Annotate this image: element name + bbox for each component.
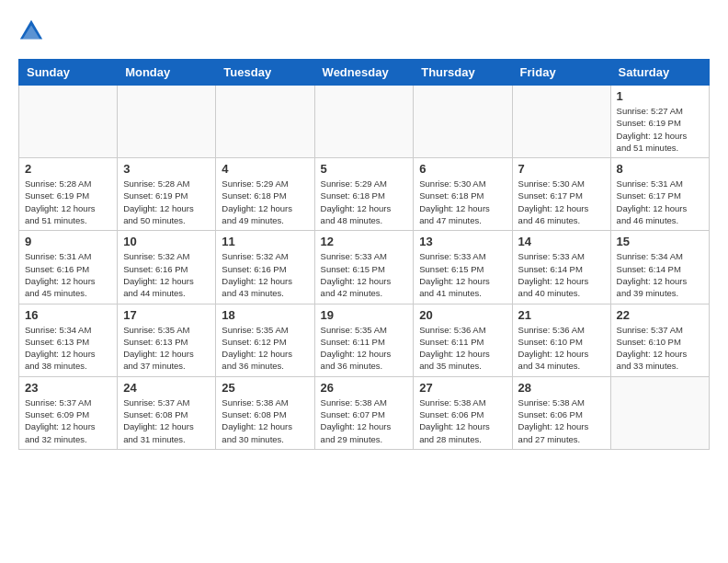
day-info: Sunrise: 5:38 AM Sunset: 6:08 PM Dayligh…: [222, 396, 308, 445]
day-number: 16: [25, 308, 111, 322]
day-info: Sunrise: 5:27 AM Sunset: 6:19 PM Dayligh…: [617, 105, 703, 154]
day-info: Sunrise: 5:30 AM Sunset: 6:17 PM Dayligh…: [518, 178, 605, 226]
calendar-header-row: SundayMondayTuesdayWednesdayThursdayFrid…: [19, 60, 710, 86]
calendar-cell: 14Sunrise: 5:33 AM Sunset: 6:14 PM Dayli…: [512, 231, 610, 304]
day-number: 10: [123, 235, 210, 248]
day-header-monday: Monday: [118, 60, 216, 86]
calendar-cell: 8Sunrise: 5:31 AM Sunset: 6:17 PM Daylig…: [610, 158, 709, 231]
day-info: Sunrise: 5:33 AM Sunset: 6:15 PM Dayligh…: [419, 250, 506, 299]
calendar-cell: 23Sunrise: 5:37 AM Sunset: 6:09 PM Dayli…: [19, 376, 118, 449]
day-info: Sunrise: 5:36 AM Sunset: 6:11 PM Dayligh…: [419, 324, 506, 373]
calendar-cell: [610, 376, 709, 449]
day-number: 23: [25, 381, 111, 395]
day-info: Sunrise: 5:38 AM Sunset: 6:06 PM Dayligh…: [419, 396, 506, 445]
day-info: Sunrise: 5:37 AM Sunset: 6:09 PM Dayligh…: [25, 396, 111, 445]
logo: [18, 18, 48, 44]
day-number: 14: [518, 235, 605, 248]
calendar-cell: 4Sunrise: 5:29 AM Sunset: 6:18 PM Daylig…: [216, 158, 314, 231]
calendar-cell: 7Sunrise: 5:30 AM Sunset: 6:17 PM Daylig…: [512, 158, 610, 231]
day-header-friday: Friday: [512, 60, 610, 86]
calendar-cell: 18Sunrise: 5:35 AM Sunset: 6:12 PM Dayli…: [216, 304, 314, 376]
calendar-cell: [19, 86, 118, 158]
day-number: 8: [617, 162, 703, 176]
day-number: 26: [321, 381, 408, 395]
calendar-week-row: 16Sunrise: 5:34 AM Sunset: 6:13 PM Dayli…: [19, 304, 710, 376]
calendar-cell: [118, 86, 216, 158]
calendar-cell: 20Sunrise: 5:36 AM Sunset: 6:11 PM Dayli…: [414, 304, 512, 376]
day-info: Sunrise: 5:29 AM Sunset: 6:18 PM Dayligh…: [321, 178, 408, 226]
logo-icon: [18, 18, 44, 44]
calendar-table: SundayMondayTuesdayWednesdayThursdayFrid…: [18, 59, 710, 450]
day-info: Sunrise: 5:34 AM Sunset: 6:14 PM Dayligh…: [617, 250, 703, 299]
day-info: Sunrise: 5:31 AM Sunset: 6:16 PM Dayligh…: [25, 250, 111, 299]
day-number: 20: [419, 308, 506, 322]
day-header-saturday: Saturday: [610, 60, 709, 86]
calendar-cell: 11Sunrise: 5:32 AM Sunset: 6:16 PM Dayli…: [216, 231, 314, 304]
day-number: 27: [419, 381, 506, 395]
calendar-cell: 5Sunrise: 5:29 AM Sunset: 6:18 PM Daylig…: [314, 158, 414, 231]
day-number: 11: [222, 235, 308, 248]
calendar-cell: 19Sunrise: 5:35 AM Sunset: 6:11 PM Dayli…: [314, 304, 414, 376]
day-number: 12: [321, 235, 408, 248]
calendar-cell: 25Sunrise: 5:38 AM Sunset: 6:08 PM Dayli…: [216, 376, 314, 449]
calendar-cell: 28Sunrise: 5:38 AM Sunset: 6:06 PM Dayli…: [512, 376, 610, 449]
calendar-cell: 24Sunrise: 5:37 AM Sunset: 6:08 PM Dayli…: [118, 376, 216, 449]
day-info: Sunrise: 5:35 AM Sunset: 6:12 PM Dayligh…: [222, 324, 308, 373]
day-header-wednesday: Wednesday: [314, 60, 414, 86]
calendar-week-row: 9Sunrise: 5:31 AM Sunset: 6:16 PM Daylig…: [19, 231, 710, 304]
day-info: Sunrise: 5:32 AM Sunset: 6:16 PM Dayligh…: [123, 250, 210, 299]
calendar-cell: 15Sunrise: 5:34 AM Sunset: 6:14 PM Dayli…: [610, 231, 709, 304]
day-info: Sunrise: 5:32 AM Sunset: 6:16 PM Dayligh…: [222, 250, 308, 299]
calendar-cell: 1Sunrise: 5:27 AM Sunset: 6:19 PM Daylig…: [610, 86, 709, 158]
calendar-cell: 27Sunrise: 5:38 AM Sunset: 6:06 PM Dayli…: [414, 376, 512, 449]
calendar-cell: 26Sunrise: 5:38 AM Sunset: 6:07 PM Dayli…: [314, 376, 414, 449]
calendar-week-row: 23Sunrise: 5:37 AM Sunset: 6:09 PM Dayli…: [19, 376, 710, 449]
day-info: Sunrise: 5:38 AM Sunset: 6:06 PM Dayligh…: [518, 396, 605, 445]
day-number: 15: [617, 235, 703, 248]
day-number: 9: [25, 235, 111, 248]
day-number: 2: [25, 162, 111, 176]
day-number: 5: [321, 162, 408, 176]
calendar-week-row: 2Sunrise: 5:28 AM Sunset: 6:19 PM Daylig…: [19, 158, 710, 231]
day-number: 19: [321, 308, 408, 322]
day-info: Sunrise: 5:31 AM Sunset: 6:17 PM Dayligh…: [617, 178, 703, 226]
day-header-sunday: Sunday: [19, 60, 118, 86]
calendar-cell: 10Sunrise: 5:32 AM Sunset: 6:16 PM Dayli…: [118, 231, 216, 304]
day-info: Sunrise: 5:28 AM Sunset: 6:19 PM Dayligh…: [123, 178, 210, 226]
day-number: 25: [222, 381, 308, 395]
day-info: Sunrise: 5:29 AM Sunset: 6:18 PM Dayligh…: [222, 178, 308, 226]
day-header-tuesday: Tuesday: [216, 60, 314, 86]
day-info: Sunrise: 5:33 AM Sunset: 6:14 PM Dayligh…: [518, 250, 605, 299]
calendar-week-row: 1Sunrise: 5:27 AM Sunset: 6:19 PM Daylig…: [19, 86, 710, 158]
calendar-cell: 12Sunrise: 5:33 AM Sunset: 6:15 PM Dayli…: [314, 231, 414, 304]
calendar-cell: [314, 86, 414, 158]
day-number: 4: [222, 162, 308, 176]
calendar-cell: [512, 86, 610, 158]
calendar-cell: 3Sunrise: 5:28 AM Sunset: 6:19 PM Daylig…: [118, 158, 216, 231]
day-header-thursday: Thursday: [414, 60, 512, 86]
day-number: 22: [617, 308, 703, 322]
day-number: 21: [518, 308, 605, 322]
day-number: 17: [123, 308, 210, 322]
day-info: Sunrise: 5:30 AM Sunset: 6:18 PM Dayligh…: [419, 178, 506, 226]
calendar-cell: [414, 86, 512, 158]
day-number: 7: [518, 162, 605, 176]
day-number: 28: [518, 381, 605, 395]
day-info: Sunrise: 5:38 AM Sunset: 6:07 PM Dayligh…: [321, 396, 408, 445]
calendar-cell: 16Sunrise: 5:34 AM Sunset: 6:13 PM Dayli…: [19, 304, 118, 376]
day-number: 13: [419, 235, 506, 248]
calendar-cell: 21Sunrise: 5:36 AM Sunset: 6:10 PM Dayli…: [512, 304, 610, 376]
calendar-cell: 22Sunrise: 5:37 AM Sunset: 6:10 PM Dayli…: [610, 304, 709, 376]
day-info: Sunrise: 5:35 AM Sunset: 6:11 PM Dayligh…: [321, 324, 408, 373]
day-number: 24: [123, 381, 210, 395]
calendar-cell: 2Sunrise: 5:28 AM Sunset: 6:19 PM Daylig…: [19, 158, 118, 231]
calendar-cell: 9Sunrise: 5:31 AM Sunset: 6:16 PM Daylig…: [19, 231, 118, 304]
day-info: Sunrise: 5:28 AM Sunset: 6:19 PM Dayligh…: [25, 178, 111, 226]
calendar-cell: 6Sunrise: 5:30 AM Sunset: 6:18 PM Daylig…: [414, 158, 512, 231]
day-number: 6: [419, 162, 506, 176]
calendar-cell: 13Sunrise: 5:33 AM Sunset: 6:15 PM Dayli…: [414, 231, 512, 304]
page-header: [18, 18, 710, 44]
day-number: 3: [123, 162, 210, 176]
day-info: Sunrise: 5:36 AM Sunset: 6:10 PM Dayligh…: [518, 324, 605, 373]
day-info: Sunrise: 5:37 AM Sunset: 6:10 PM Dayligh…: [617, 324, 703, 373]
